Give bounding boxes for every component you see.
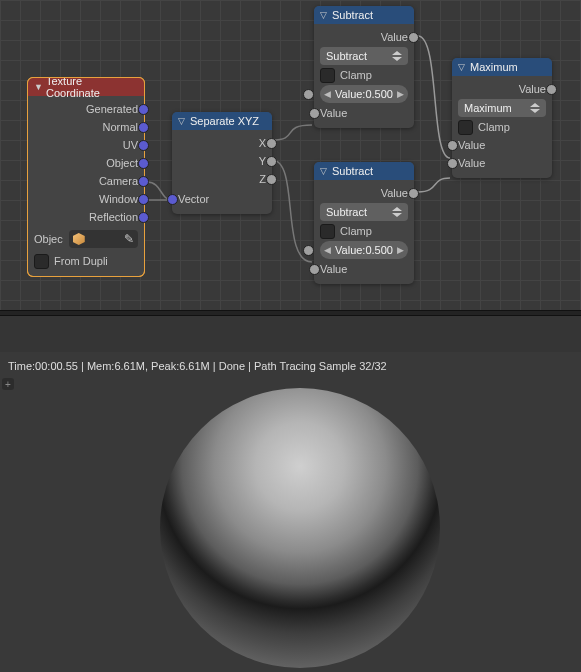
socket-out[interactable]: [138, 104, 149, 115]
socket-out[interactable]: [408, 188, 419, 199]
value-field[interactable]: ◀ Value: 0.500 ▶: [320, 85, 408, 103]
collapse-icon[interactable]: ▽: [458, 62, 466, 72]
value-label: Value:: [331, 244, 365, 256]
socket-out[interactable]: [138, 194, 149, 205]
collapse-icon[interactable]: ▼: [34, 82, 42, 92]
operation-dropdown[interactable]: Subtract: [320, 47, 408, 65]
socket-in[interactable]: [447, 140, 458, 151]
value-field[interactable]: ◀ Value: 0.500 ▶: [320, 241, 408, 259]
panel-gap: [0, 316, 581, 352]
socket-in[interactable]: [309, 108, 320, 119]
object-field[interactable]: ✎: [69, 230, 138, 248]
socket-in[interactable]: [303, 89, 314, 100]
value-number: 0.500: [365, 88, 397, 100]
socket-in[interactable]: [447, 158, 458, 169]
socket-in[interactable]: [167, 194, 178, 205]
output-label: Object: [106, 157, 138, 169]
operation-value: Maximum: [464, 102, 512, 114]
socket-out[interactable]: [138, 212, 149, 223]
collapse-icon[interactable]: ▽: [320, 10, 328, 20]
input-label: Vector: [178, 193, 209, 205]
eyedropper-icon[interactable]: ✎: [124, 232, 134, 246]
value-label: Value:: [331, 88, 365, 100]
input-label: Value: [458, 139, 485, 151]
clamp-checkbox[interactable]: [458, 120, 473, 135]
node-header[interactable]: ▼ Texture Coordinate: [28, 78, 144, 96]
output-label: Normal: [103, 121, 138, 133]
increment-icon[interactable]: ▶: [397, 89, 404, 99]
decrement-icon[interactable]: ◀: [324, 89, 331, 99]
socket-out[interactable]: [408, 32, 419, 43]
output-label: X: [259, 137, 266, 149]
output-label: UV: [123, 139, 138, 151]
node-header[interactable]: ▽ Maximum: [452, 58, 552, 76]
output-label: Window: [99, 193, 138, 205]
socket-out[interactable]: [546, 84, 557, 95]
socket-out[interactable]: [138, 158, 149, 169]
socket-out[interactable]: [266, 174, 277, 185]
clamp-checkbox[interactable]: [320, 224, 335, 239]
node-header[interactable]: ▽ Separate XYZ: [172, 112, 272, 130]
socket-out[interactable]: [138, 176, 149, 187]
node-texture-coordinate[interactable]: ▼ Texture Coordinate Generated Normal UV…: [28, 78, 144, 276]
output-label: Camera: [99, 175, 138, 187]
cube-icon: [73, 233, 85, 245]
clamp-checkbox[interactable]: [320, 68, 335, 83]
node-subtract-1[interactable]: ▽ Subtract Value Subtract Clamp ◀ Value:…: [314, 6, 414, 128]
socket-in[interactable]: [303, 245, 314, 256]
node-subtract-2[interactable]: ▽ Subtract Value Subtract Clamp ◀ Value:…: [314, 162, 414, 284]
node-title: Subtract: [332, 165, 373, 177]
operation-dropdown[interactable]: Subtract: [320, 203, 408, 221]
clamp-label: Clamp: [340, 225, 372, 237]
from-dupli-checkbox[interactable]: [34, 254, 49, 269]
from-dupli-label: From Dupli: [54, 255, 108, 267]
input-label: Value: [320, 263, 347, 275]
operation-dropdown[interactable]: Maximum: [458, 99, 546, 117]
node-separate-xyz[interactable]: ▽ Separate XYZ X Y Z Vector: [172, 112, 272, 214]
plus-handle-icon[interactable]: +: [2, 378, 14, 390]
node-header[interactable]: ▽ Subtract: [314, 162, 414, 180]
decrement-icon[interactable]: ◀: [324, 245, 331, 255]
node-title: Separate XYZ: [190, 115, 259, 127]
input-label: Value: [458, 157, 485, 169]
operation-value: Subtract: [326, 50, 367, 62]
increment-icon[interactable]: ▶: [397, 245, 404, 255]
input-label: Value: [320, 107, 347, 119]
output-label: Reflection: [89, 211, 138, 223]
collapse-icon[interactable]: ▽: [320, 166, 328, 176]
node-title: Maximum: [470, 61, 518, 73]
value-number: 0.500: [365, 244, 397, 256]
render-preview[interactable]: Time:00:00.55 | Mem:6.61M, Peak:6.61M | …: [0, 352, 581, 672]
node-header[interactable]: ▽ Subtract: [314, 6, 414, 24]
operation-value: Subtract: [326, 206, 367, 218]
socket-out[interactable]: [138, 140, 149, 151]
node-editor[interactable]: ▼ Texture Coordinate Generated Normal UV…: [0, 0, 581, 310]
output-label: Y: [259, 155, 266, 167]
output-label: Z: [259, 173, 266, 185]
clamp-label: Clamp: [340, 69, 372, 81]
node-maximum[interactable]: ▽ Maximum Value Maximum Clamp Value Valu…: [452, 58, 552, 178]
status-text: Time:00:00.55 | Mem:6.61M, Peak:6.61M | …: [8, 360, 387, 372]
output-label: Generated: [86, 103, 138, 115]
clamp-label: Clamp: [478, 121, 510, 133]
node-title: Subtract: [332, 9, 373, 21]
output-label: Value: [381, 187, 408, 199]
rendered-sphere: [160, 388, 440, 668]
socket-out[interactable]: [138, 122, 149, 133]
socket-out[interactable]: [266, 156, 277, 167]
output-label: Value: [519, 83, 546, 95]
node-title: Texture Coordinate: [46, 75, 138, 99]
render-result: [160, 388, 440, 668]
socket-in[interactable]: [309, 264, 320, 275]
socket-out[interactable]: [266, 138, 277, 149]
collapse-icon[interactable]: ▽: [178, 116, 186, 126]
object-label: Objec: [34, 233, 63, 245]
output-label: Value: [381, 31, 408, 43]
